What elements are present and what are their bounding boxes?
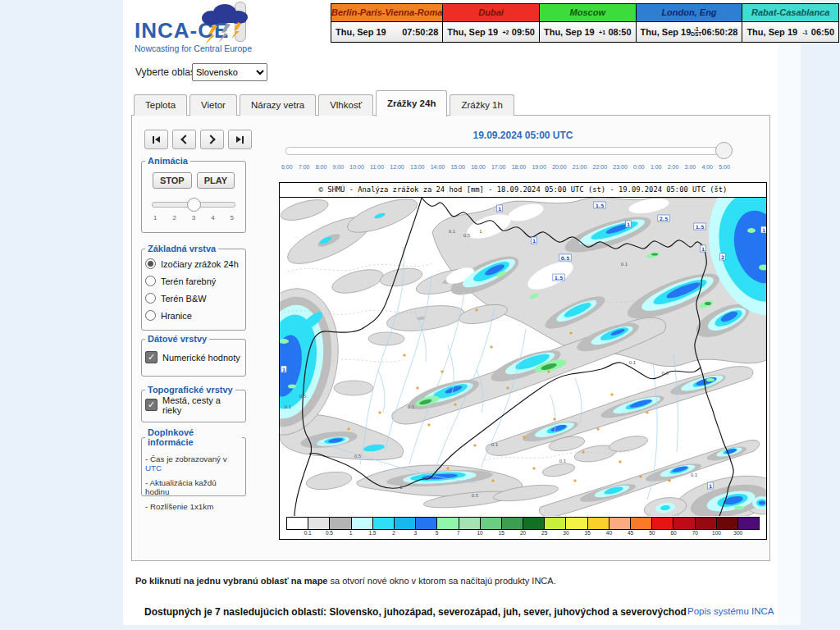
speed-tick: 1 — [153, 214, 157, 221]
tab-vlhkos-[interactable]: Vlhkosť — [318, 94, 373, 116]
timeline-tick: 4:00 — [701, 164, 713, 170]
stop-button[interactable]: STOP — [153, 172, 192, 189]
utc-link[interactable]: UTC — [145, 463, 162, 472]
colorbar-label: 15 — [499, 530, 504, 536]
svg-text:1: 1 — [532, 238, 536, 244]
next-frame-button[interactable] — [200, 130, 224, 149]
colorbar-label: 300 — [733, 530, 742, 536]
colorbar-label: 0.1 — [304, 530, 312, 536]
svg-text:1: 1 — [709, 483, 712, 489]
map-field: 11.52.511.5120.51.511110.10.510.10.10.11… — [280, 198, 766, 516]
timeline-tick: 22:00 — [593, 164, 608, 170]
svg-text:2: 2 — [721, 254, 724, 260]
colorbar-cell — [565, 518, 587, 529]
clock-time-row: Thu, Sep 19+108:50 — [540, 22, 636, 42]
speed-tick: 4 — [211, 214, 214, 221]
tab-zr-ky-1h[interactable]: Zrážky 1h — [450, 94, 514, 116]
option-label: Hranice — [161, 311, 192, 321]
page: INCA-CE Nowcasting for Central Europe Be… — [0, 0, 840, 630]
footer-regions: Dostupných je 7 nasledujúcich oblastí: S… — [144, 606, 687, 618]
clock-time-row: Thu, Sep 19+209:50 — [443, 22, 539, 42]
timeline-tick: 5:00 — [719, 164, 730, 170]
play-button[interactable]: PLAY — [197, 172, 235, 189]
clock-column: DubaiThu, Sep 19+209:50 — [442, 4, 539, 42]
colorbar-cell — [609, 518, 630, 529]
timeline-slider-track[interactable] — [285, 147, 728, 155]
svg-text:1: 1 — [479, 229, 482, 234]
svg-text:1: 1 — [282, 367, 285, 372]
data-layers-fieldset: Dátové vrstvy ✓Numerické hodnoty — [141, 334, 246, 377]
topo-layers-legend: Topografické vrstvy — [145, 385, 235, 395]
data-layers-legend: Dátové vrstvy — [145, 334, 209, 344]
timeline-tick: 3:00 — [685, 164, 696, 170]
clock-time-row: Thu, Sep 19-1DST06:50:28 — [637, 22, 742, 42]
previous-frame-button[interactable] — [172, 130, 196, 149]
clock-column: MoscowThu, Sep 19+108:50 — [539, 4, 636, 42]
svg-text:0.5: 0.5 — [662, 371, 669, 376]
colorbar-cell — [351, 518, 372, 529]
svg-text:2.5: 2.5 — [660, 216, 669, 221]
precipitation-colorbar — [286, 517, 760, 530]
svg-text:1: 1 — [498, 206, 501, 212]
base-layer-fieldset: Základná vrstva Izočiary zrážok 24hTerén… — [141, 244, 246, 331]
region-select[interactable]: Slovensko — [192, 63, 267, 81]
radio-ter-n-b-w[interactable]: Terén B&W — [145, 290, 242, 307]
timeline-slider-handle[interactable] — [715, 142, 733, 159]
colorbar-cell — [630, 518, 651, 529]
colorbar-cell — [651, 518, 673, 529]
system-description-link[interactable]: Popis systému INCA — [687, 606, 774, 616]
timeline-tick: 12:00 — [390, 164, 404, 170]
tab-zr-ky-24h[interactable]: Zrážky 24h — [376, 90, 447, 116]
checkbox-mest-cesty-a-rieky[interactable]: ✓Mestá, cesty a rieky — [145, 396, 242, 413]
first-frame-button[interactable] — [144, 130, 168, 149]
colorbar-cell — [716, 518, 737, 529]
colorbar-cell — [501, 518, 523, 529]
radio-button[interactable] — [145, 293, 156, 304]
svg-text:1.5: 1.5 — [696, 224, 705, 230]
svg-text:0.1: 0.1 — [559, 459, 567, 463]
svg-text:1: 1 — [762, 227, 765, 233]
svg-text:1: 1 — [701, 246, 705, 252]
checkbox[interactable]: ✓ — [145, 351, 158, 363]
checkbox[interactable]: ✓ — [145, 399, 158, 411]
timeline-tick: 19:00 — [532, 164, 546, 170]
svg-text:0.1: 0.1 — [449, 229, 456, 234]
timeline-tick: 11:00 — [370, 164, 384, 170]
radio-button[interactable] — [145, 276, 156, 286]
info-line-update: - Aktualizácia každú hodinu — [145, 478, 242, 496]
svg-text:1: 1 — [627, 221, 630, 227]
colorbar-cell — [329, 518, 350, 529]
tab-teplota[interactable]: Teplota — [134, 94, 187, 116]
radio-button[interactable] — [145, 258, 156, 269]
radio-izo-iary-zr-ok-24h[interactable]: Izočiary zrážok 24h — [145, 255, 242, 272]
colorbar-label: 7 — [457, 530, 460, 536]
checkbox-numerick-hodnoty[interactable]: ✓Numerické hodnoty — [145, 349, 242, 366]
tab-n-razy-vetra[interactable]: Nárazy vetra — [240, 94, 316, 116]
timeline-tick: 7:00 — [299, 164, 310, 170]
last-frame-button[interactable] — [228, 130, 252, 149]
clock-city-name: Dubai — [443, 4, 539, 22]
option-label: Terén farebný — [161, 276, 216, 286]
timeline-current-time: 19.09.2024 05:00 UTC — [279, 130, 767, 141]
colorbar-label: 40 — [606, 530, 612, 536]
frame-nav-buttons — [144, 130, 252, 149]
timeline-tick: 9:00 — [332, 164, 344, 170]
animation-fieldset: Animácia STOP PLAY 12345 — [141, 156, 246, 233]
base-layer-legend: Základná vrstva — [145, 244, 218, 253]
speed-slider-handle[interactable] — [187, 198, 201, 212]
radio-ter-n-farebn-[interactable]: Terén farebný — [145, 272, 242, 290]
speed-tick: 5 — [231, 214, 234, 221]
colorbar-label: 0.5 — [326, 530, 333, 536]
colorbar-label: 1 — [349, 530, 353, 536]
colorbar-label: 35 — [585, 530, 591, 536]
clock-column: London, EngThu, Sep 19-1DST06:50:28 — [636, 4, 742, 42]
info-line-utc: - Čas je zobrazovaný v UTC — [145, 454, 242, 472]
radio-button[interactable] — [145, 310, 156, 321]
tab-vietor[interactable]: Vietor — [189, 94, 237, 116]
precipitation-map[interactable]: © SHMÚ - Analýza zrážok za 24 hod [mm] -… — [279, 182, 767, 540]
colorbar-cell — [308, 518, 329, 529]
svg-text:1.5: 1.5 — [596, 203, 605, 208]
svg-text:1.5: 1.5 — [555, 275, 564, 281]
speed-slider-track[interactable] — [152, 202, 235, 208]
radio-hranice[interactable]: Hranice — [145, 307, 242, 324]
